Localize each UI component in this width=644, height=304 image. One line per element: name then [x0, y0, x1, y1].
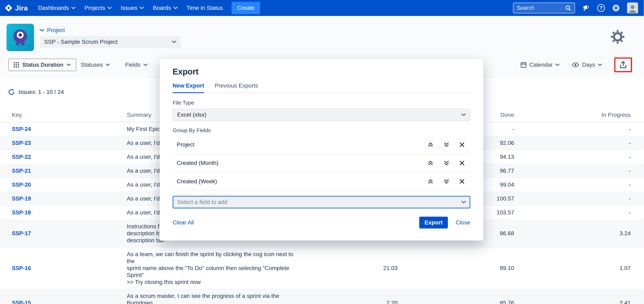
modal-title: Export — [172, 67, 470, 76]
chevron-down-icon — [598, 64, 602, 66]
statuses-dropdown[interactable]: Statuses — [80, 58, 110, 71]
double-chevron-down-icon — [444, 178, 450, 184]
group-by-fields-label: Group By Fields — [172, 127, 470, 134]
issue-key-link[interactable]: SSP-19 — [12, 196, 31, 202]
search-input[interactable] — [517, 5, 562, 11]
group-field-row: Project — [172, 136, 470, 154]
jira-logo[interactable]: Jira — [4, 4, 28, 12]
table-row: SSP-16 As a team, we can finish the spri… — [0, 248, 644, 289]
remove-field-button[interactable] — [459, 179, 465, 184]
cell-in-progress: - — [514, 168, 631, 174]
group-by-field-list: Project Created (Month) — [172, 136, 470, 191]
page: Jira Dashboards Projects Issues Boards T… — [0, 0, 644, 304]
group-field-row: Created (Week) — [172, 172, 470, 191]
issue-key-link[interactable]: SSP-21 — [12, 168, 31, 174]
issue-summary: As a scrum master, I can see the progres… — [127, 292, 303, 304]
clear-all-link[interactable]: Clear All — [172, 219, 194, 226]
page-settings-gear-icon[interactable] — [610, 30, 625, 46]
navbar-right: ? — [513, 2, 638, 14]
cell-in-progress: 3.24 — [514, 230, 631, 237]
chevron-down-icon — [67, 64, 71, 66]
modal-tabs: New Export Previous Exports — [172, 82, 470, 93]
issue-key-link[interactable]: SSP-17 — [12, 230, 31, 236]
group-field-label: Created (Week) — [177, 178, 217, 185]
issue-key-link[interactable]: SSP-22 — [12, 154, 31, 160]
issue-key-link[interactable]: SSP-15 — [12, 300, 31, 304]
brand-name: Jira — [15, 4, 28, 12]
monster-avatar-icon — [6, 24, 34, 51]
move-down-button[interactable] — [444, 142, 450, 148]
tab-previous-exports[interactable]: Previous Exports — [215, 82, 258, 93]
group-field-label: Project — [177, 141, 194, 148]
cell-in-progress: 1.07 — [514, 265, 631, 272]
issue-key-link[interactable]: SSP-18 — [12, 210, 31, 216]
status-duration-view-button[interactable]: Status Duration — [8, 58, 76, 71]
nav-item-boards[interactable]: Boards — [148, 0, 182, 16]
add-field-select[interactable]: Select a field to add — [172, 196, 470, 208]
move-up-button[interactable] — [428, 142, 434, 148]
modal-footer: Clear All Export Close — [172, 217, 470, 228]
group-field-row: Created (Month) — [172, 154, 470, 172]
help-icon[interactable]: ? — [597, 4, 605, 12]
issue-key-link[interactable]: SSP-20 — [12, 182, 31, 188]
cell-done: 89.10 — [398, 265, 514, 272]
cell-hidden-column: 2.20 — [303, 300, 398, 304]
close-x-icon — [459, 160, 465, 166]
move-down-button[interactable] — [444, 178, 450, 184]
cell-in-progress: - — [514, 154, 631, 160]
chevron-down-icon — [40, 29, 44, 32]
chevron-down-icon — [106, 64, 110, 66]
user-avatar[interactable] — [627, 2, 638, 14]
tab-new-export[interactable]: New Export — [172, 82, 204, 93]
feedback-megaphone-icon[interactable] — [582, 4, 590, 12]
project-breadcrumb[interactable]: Project — [40, 27, 65, 34]
table-row: SSP-15 As a scrum master, I can see the … — [0, 289, 644, 304]
chevron-down-icon — [461, 113, 466, 116]
create-button[interactable]: Create — [232, 2, 260, 14]
chevron-down-icon — [108, 7, 112, 9]
cell-in-progress: - — [514, 209, 631, 216]
move-up-button[interactable] — [428, 160, 434, 166]
file-type-select[interactable]: Excel (xlsx) — [172, 109, 470, 121]
issues-summary-line: Issues: 1 - 10 / 24 — [8, 89, 64, 95]
close-x-icon — [459, 142, 465, 147]
days-dropdown[interactable]: Days — [572, 62, 602, 68]
double-chevron-up-icon — [428, 178, 434, 184]
remove-field-button[interactable] — [459, 142, 465, 147]
move-down-button[interactable] — [444, 160, 450, 166]
issue-key-link[interactable]: SSP-23 — [12, 140, 31, 146]
project-select[interactable]: SSP - Sample Scrum Project — [40, 36, 181, 48]
remove-field-button[interactable] — [459, 160, 465, 166]
fields-dropdown[interactable]: Fields — [125, 58, 148, 71]
move-up-button[interactable] — [428, 178, 434, 184]
column-header-key: Key — [12, 112, 127, 118]
eye-icon — [572, 62, 579, 67]
navbar-search[interactable] — [513, 2, 575, 14]
chevron-down-icon — [140, 7, 144, 9]
cell-done: 85.76 — [398, 300, 514, 304]
cell-in-progress: - — [514, 182, 631, 188]
export-button[interactable]: Export — [419, 217, 448, 228]
cell-in-progress: - — [514, 126, 631, 132]
cell-in-progress: - — [514, 140, 631, 146]
issue-summary: As a team, we can finish the sprint by c… — [127, 251, 303, 286]
settings-gear-icon[interactable] — [612, 4, 620, 12]
jira-mark-icon — [4, 4, 13, 12]
double-chevron-down-icon — [444, 142, 450, 148]
nav-item-time-in-status[interactable]: Time in Status — [182, 0, 228, 16]
chevron-down-icon — [172, 40, 176, 43]
export-open-button[interactable] — [614, 58, 632, 72]
close-link[interactable]: Close — [456, 219, 470, 226]
grid-icon — [14, 62, 19, 68]
calendar-dropdown[interactable]: Calendar — [520, 62, 560, 68]
search-icon — [565, 5, 571, 11]
issue-key-link[interactable]: SSP-24 — [12, 126, 31, 132]
cell-hidden-column: 21.03 — [303, 265, 398, 272]
refresh-icon[interactable] — [8, 89, 15, 95]
nav-item-dashboards[interactable]: Dashboards — [34, 0, 80, 16]
nav-item-issues[interactable]: Issues — [116, 0, 148, 16]
issue-key-link[interactable]: SSP-16 — [12, 265, 31, 271]
cell-in-progress: 2.41 — [514, 300, 631, 304]
nav-item-projects[interactable]: Projects — [80, 0, 116, 16]
calendar-icon — [520, 62, 526, 68]
